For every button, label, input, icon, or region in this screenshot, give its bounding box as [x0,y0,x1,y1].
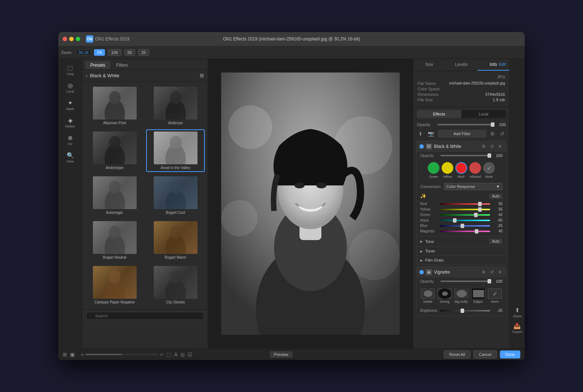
circle-icon[interactable]: ◎ [180,352,185,357]
preset-automagic[interactable]: Automagic [85,174,144,217]
preset-ambrotype[interactable]: Ambrotype [85,129,144,172]
wand-icon[interactable]: ✨ [420,193,426,199]
bw-reset-icon[interactable]: ↺ [489,143,495,150]
preview-button[interactable]: Preview [270,351,293,358]
settings-icon[interactable]: ⚙ [489,130,496,137]
preset-bogart-cool[interactable]: Bogart Cool [146,174,205,217]
blue-slider[interactable] [440,225,490,227]
bw-color-buttons: Green Yellow Red* Infrared [416,159,506,181]
vignette-reset-icon[interactable]: ↺ [489,269,495,275]
grid-view-icon[interactable]: ⊞ [63,352,67,357]
tab-filters[interactable]: Filters [111,61,133,69]
tab-nav[interactable]: Nav [413,59,445,71]
vignette-edges-btn[interactable]: Edges [470,288,486,304]
film-grain-section[interactable]: ▶ Film Grain [416,255,506,264]
svg-point-1 [109,91,121,104]
local-label: Local [66,90,74,93]
vignette-subtle-btn[interactable]: Subtle [420,288,435,304]
preset-ambrose[interactable]: Ambrose [146,85,205,127]
mask-label: Mask [66,107,74,111]
minimize-button[interactable] [69,37,74,41]
fullscreen-button[interactable] [76,37,80,41]
tab-levels[interactable]: Levels [445,59,477,71]
conversion-select[interactable]: Color Response ▼ [444,183,502,190]
color-green-btn[interactable]: Green [428,162,439,179]
zoom-100-button[interactable]: 100 [108,49,121,56]
zoom-25-button[interactable]: 25 [138,49,149,56]
vignette-more-btn[interactable]: ✓ More [487,288,502,304]
bw-opacity-slider[interactable] [441,155,491,156]
frame-icon[interactable]: ⬚ [167,352,171,357]
tool-view[interactable]: 🔍 View [61,149,79,165]
main-opacity-slider[interactable] [437,124,494,125]
yellow-slider[interactable] [440,209,490,210]
bottom-action-buttons: Reset All Cancel Done [444,350,520,358]
close-button[interactable] [63,37,67,41]
preset-city-streets[interactable]: City Streets [146,264,205,306]
tool-mask[interactable]: ✦ Mask [61,97,79,113]
done-button[interactable]: Done [500,350,520,358]
add-filter-button[interactable]: Add Filter [438,130,486,138]
toner-section[interactable]: ▶ Toner [416,246,506,255]
share-button[interactable]: ⬆ Share [513,307,521,318]
color-red-btn[interactable]: Red* [455,162,467,179]
svg-point-31 [316,183,326,188]
camera-icon[interactable]: 📷 [426,130,435,137]
back-button[interactable]: ‹ [86,72,88,78]
tool-refine[interactable]: ◈ Refine [61,114,79,130]
fit-zoom-button[interactable]: Fit [94,49,105,56]
single-view-icon[interactable]: ▣ [70,352,75,357]
tab-presets[interactable]: Presets [85,61,110,69]
brightness-slider[interactable] [440,310,490,311]
crop-icon: ⬚ [67,64,73,71]
filmstrip-right-icon[interactable]: ▶ [161,352,164,356]
vignette-strong-btn[interactable]: Strong [437,288,452,304]
red-slider[interactable] [440,203,490,205]
vignette-big-softy-btn[interactable]: Big Softy [454,288,469,304]
cancel-button[interactable]: Cancel [473,350,497,358]
color-infrared-btn[interactable]: Infrared [469,162,481,179]
preset-thumb-ambrose [154,87,197,119]
reset-filter-icon[interactable]: ↺ [498,130,506,137]
download-icon[interactable]: ⬇ [417,130,424,137]
svg-point-17 [109,270,121,283]
vignette-opacity-slider[interactable] [441,281,491,282]
bw-close-icon[interactable]: ✕ [497,143,503,150]
tool-fix[interactable]: ⊕ Fix [61,132,79,148]
preset-calotype[interactable]: Calotype Paper Negative [85,264,144,306]
text-icon[interactable]: A [174,352,177,357]
tone-section[interactable]: ▶ Tone Auto [416,236,506,246]
vignette-filter-enabled-toggle[interactable] [419,270,424,274]
tab-effects[interactable]: Effects [417,110,461,118]
green-slider[interactable] [440,214,490,216]
zoom-input[interactable] [76,50,91,55]
grid-toggle-button[interactable]: ⊞ [200,72,204,78]
search-input[interactable] [86,312,204,320]
export-button[interactable]: 📤 Export [512,322,522,334]
tool-local[interactable]: ◎ Local [61,79,79,95]
filmstrip-controls: ◀ ▶ [81,352,164,356]
preset-bogart-neutral[interactable]: Bogart Neutral [85,219,144,262]
auto-button[interactable]: Auto [489,193,502,199]
zoom-50-button[interactable]: 50 [124,49,135,56]
infrared-circle [469,162,481,174]
check-icon[interactable]: ☑ [188,352,192,357]
canvas-area[interactable] [208,59,413,348]
edit-button[interactable]: Edit [495,59,509,69]
vignette-close-icon[interactable]: ✕ [497,269,503,275]
bw-settings-icon[interactable]: ⚙ [480,143,487,150]
preset-ansel-valley[interactable]: Ansel in the Valley [146,129,205,172]
filmstrip-left-icon[interactable]: ◀ [81,352,83,356]
tab-local-effects[interactable]: Local [461,110,506,118]
bw-filter-enabled-toggle[interactable] [419,144,424,149]
aqua-slider[interactable] [440,220,490,221]
preset-bogart-warm[interactable]: Bogart Warm [146,219,205,262]
reset-all-button[interactable]: Reset All [444,350,470,358]
magenta-slider[interactable] [440,231,490,232]
color-more-btn[interactable]: ✓ More [483,162,495,179]
vignette-settings-icon[interactable]: ⚙ [480,269,487,275]
preset-albumen-print[interactable]: Albumen Print [85,85,144,127]
color-yellow-btn[interactable]: Yellow [442,162,453,179]
tone-auto-button[interactable]: Auto [489,239,502,244]
tool-crop[interactable]: ⬚ Crop [61,62,79,78]
